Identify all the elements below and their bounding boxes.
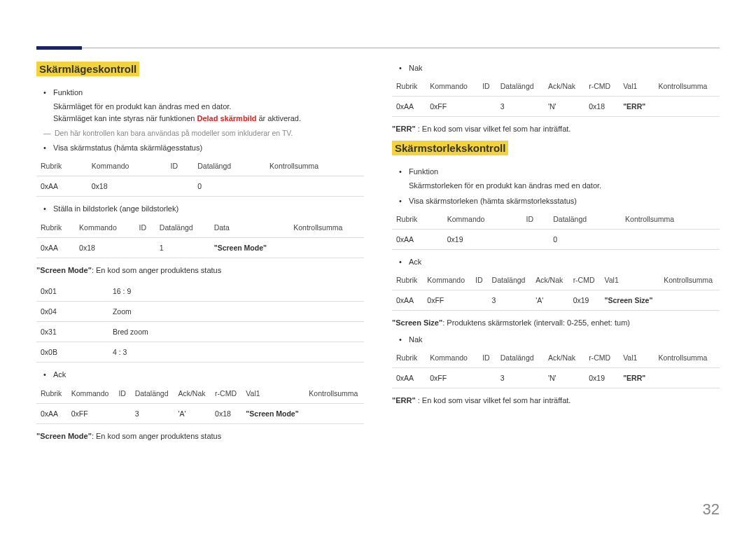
td: 0 bbox=[193, 176, 265, 197]
td bbox=[478, 368, 496, 388]
table-row: 0x31Bred zoom bbox=[36, 322, 364, 342]
td bbox=[654, 97, 720, 117]
td: Zoom bbox=[108, 302, 364, 322]
td: 0xAA bbox=[392, 230, 443, 250]
td: 0xAA bbox=[36, 176, 88, 197]
err2-text: : En kod som visar vilket fel som har in… bbox=[416, 396, 571, 405]
bullet-visa2: Visa skärmstorleken (hämta skärmstorleks… bbox=[399, 196, 720, 206]
page-number: 32 bbox=[703, 500, 720, 519]
screenmode-desc: "Screen Mode": En kod som anger produkte… bbox=[36, 265, 364, 276]
td: 0xFF bbox=[426, 97, 478, 117]
table-row: Rubrik Kommando ID Datalängd Ack/Nak r-C… bbox=[36, 384, 364, 404]
td: 0xAA bbox=[392, 368, 426, 388]
funktion-line1: Skärmläget för en produkt kan ändras med… bbox=[53, 101, 364, 113]
th: Rubrik bbox=[392, 270, 423, 290]
bullet-visa: Visa skärmstatus (hämta skärmlägesstatus… bbox=[43, 143, 364, 153]
table-row: 0xAA 0x19 0 bbox=[392, 230, 720, 250]
table-row: Rubrik Kommando ID Datalängd Kontrollsum… bbox=[36, 156, 364, 176]
th: ID bbox=[478, 76, 496, 97]
delad-skarmbild: Delad skärmbild bbox=[197, 114, 256, 122]
th: Datalängd bbox=[155, 218, 210, 238]
table-row: Rubrik Kommando ID Datalängd Ack/Nak r-C… bbox=[392, 348, 720, 368]
table-ack: Rubrik Kommando ID Datalängd Ack/Nak r-C… bbox=[36, 384, 364, 424]
funktion-line2b: är aktiverad. bbox=[256, 114, 301, 122]
table-row: 0xAA 0xFF 3 'N' 0x19 "ERR" bbox=[392, 368, 720, 388]
td: 0x19 bbox=[584, 368, 619, 388]
th: Datalängd bbox=[488, 270, 532, 290]
td: "Screen Size" bbox=[601, 290, 660, 311]
th: Val1 bbox=[619, 76, 654, 97]
th: Kommando bbox=[67, 384, 115, 404]
th: Kontrollsumma bbox=[265, 156, 364, 176]
heading-screen-mode: Skärmlägeskontroll bbox=[36, 62, 139, 76]
screenmode-label: "Screen Mode" bbox=[36, 266, 92, 274]
td: 0xAA bbox=[36, 237, 75, 258]
content-columns: Skärmlägeskontroll Funktion Skärmläget f… bbox=[36, 62, 720, 447]
table-row: Rubrik Kommando ID Datalängd Data Kontro… bbox=[36, 218, 364, 238]
size-label: "Screen Size" bbox=[392, 318, 442, 327]
th: Rubrik bbox=[36, 218, 75, 238]
td: 3 bbox=[496, 97, 544, 117]
td: 0xAA bbox=[392, 290, 423, 311]
funktion2-line1: Skärmstorleken för en produkt kan ändras… bbox=[409, 180, 720, 192]
td: 3 bbox=[496, 368, 544, 388]
th: Kommando bbox=[426, 348, 478, 368]
td: "ERR" bbox=[619, 368, 654, 388]
th: Kontrollsumma bbox=[289, 218, 364, 238]
th: Datalängd bbox=[193, 156, 265, 176]
td bbox=[265, 176, 364, 197]
td: 0x19 bbox=[569, 290, 601, 311]
err-desc: "ERR" : En kod som visar vilket fel som … bbox=[392, 124, 720, 134]
table-row: Rubrik Kommando ID Datalängd Ack/Nak r-C… bbox=[392, 270, 720, 290]
th: Ack/Nak bbox=[544, 76, 584, 97]
th: Ack/Nak bbox=[174, 384, 211, 404]
th: Datalängd bbox=[496, 76, 544, 97]
td: 0x18 bbox=[211, 403, 241, 423]
td: 0xAA bbox=[36, 403, 67, 423]
td: 0x04 bbox=[36, 302, 108, 322]
td: 'A' bbox=[531, 290, 568, 311]
err-text: : En kod som visar vilket fel som har in… bbox=[416, 125, 571, 133]
th: Kontrollsumma bbox=[654, 348, 720, 368]
td: "ERR" bbox=[619, 97, 654, 117]
td: 'N' bbox=[544, 368, 584, 388]
heading-screen-size: Skärmstorlekskontroll bbox=[392, 141, 508, 155]
bullet-funktion: Funktion bbox=[43, 87, 364, 98]
th: Kommando bbox=[75, 218, 134, 238]
td: 0x18 bbox=[584, 97, 619, 117]
table-modes: 0x0116 : 9 0x04Zoom 0x31Bred zoom 0x0B4 … bbox=[36, 281, 364, 363]
header-rule bbox=[36, 48, 720, 48]
th: Rubrik bbox=[392, 76, 426, 97]
td: 0x19 bbox=[443, 230, 522, 250]
th: Kontrollsumma bbox=[654, 76, 720, 97]
th: Rubrik bbox=[36, 384, 67, 404]
table-nak2: Rubrik Kommando ID Datalängd Ack/Nak r-C… bbox=[392, 348, 720, 388]
th: ID bbox=[135, 218, 155, 238]
th: r-CMD bbox=[569, 270, 601, 290]
th: r-CMD bbox=[211, 384, 241, 404]
th: ID bbox=[114, 384, 130, 404]
th: Ack/Nak bbox=[544, 348, 584, 368]
table-nak: Rubrik Kommando ID Datalängd Ack/Nak r-C… bbox=[392, 76, 720, 117]
right-column: Nak Rubrik Kommando ID Datalängd Ack/Nak… bbox=[392, 62, 720, 447]
th: Kontrollsumma bbox=[659, 270, 720, 290]
table-get-status: Rubrik Kommando ID Datalängd Kontrollsum… bbox=[36, 156, 364, 197]
table-get-size: Rubrik Kommando ID Datalängd Kontrollsum… bbox=[392, 209, 720, 250]
td: 0xAA bbox=[392, 97, 426, 117]
th: ID bbox=[478, 348, 496, 368]
th: Datalängd bbox=[549, 209, 621, 230]
td bbox=[135, 237, 155, 258]
bullet-ack2: Ack bbox=[399, 257, 720, 267]
th: Kommando bbox=[88, 156, 167, 176]
th: Val1 bbox=[619, 348, 654, 368]
td: 0x18 bbox=[75, 237, 134, 258]
table-ack2: Rubrik Kommando ID Datalängd Ack/Nak r-C… bbox=[392, 270, 720, 311]
screenmode-text2: : En kod som anger produktens status bbox=[92, 432, 221, 440]
th: ID bbox=[522, 209, 550, 230]
th: Data bbox=[210, 218, 290, 238]
td: 'A' bbox=[174, 403, 211, 423]
left-column: Skärmlägeskontroll Funktion Skärmläget f… bbox=[36, 62, 364, 447]
table-row: 0xAA 0xFF 3 'A' 0x18 "Screen Mode" bbox=[36, 403, 364, 423]
td: 16 : 9 bbox=[108, 281, 364, 302]
table-row: 0xAA 0xFF 3 'A' 0x19 "Screen Size" bbox=[392, 290, 720, 311]
